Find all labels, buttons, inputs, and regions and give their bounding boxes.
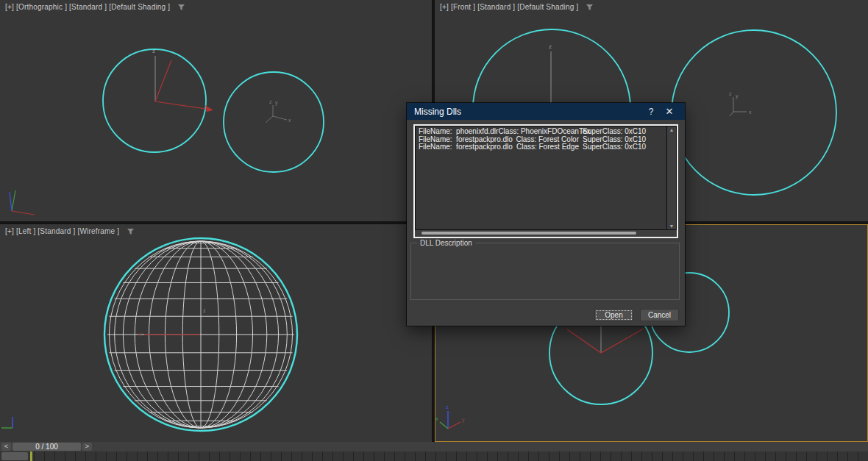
dialog-body: FileName: phoenixfd.dlrClass: PhoenixFDO… [407, 120, 685, 326]
svg-text:z: z [549, 43, 552, 50]
svg-text:Y: Y [138, 332, 142, 338]
viewport-left[interactable]: Yz [+] [Left ] [Standard ] [Wireframe ] [0, 224, 432, 442]
sphere-selection-outline [224, 72, 324, 172]
missing-dlls-dialog: Missing Dlls ? ✕ FileName: phoenixfd.dlr… [407, 103, 685, 326]
vertical-scrollbar[interactable]: ▲ ▼ [667, 126, 677, 230]
viewport-canvas-orthographic[interactable]: zzyx [0, 0, 432, 221]
sphere-selection-outline [103, 49, 206, 152]
svg-text:z: z [446, 404, 449, 410]
track-bar-thumb[interactable] [1, 452, 28, 460]
prev-frame-button[interactable]: < [1, 443, 11, 451]
dll-list-item[interactable]: FileName: forestpackpro.dloClass: Forest… [419, 143, 666, 151]
filter-icon[interactable] [586, 4, 594, 11]
svg-text:y: y [736, 93, 739, 99]
filter-icon[interactable] [127, 228, 135, 235]
track-bar-marker [30, 451, 32, 461]
viewport-canvas-left[interactable]: Yz [0, 224, 432, 442]
time-slider-bar: < 0 / 100 > [0, 442, 868, 451]
svg-text:z: z [269, 99, 272, 104]
app-window: zzyx [+] [Orthographic ] [Standard ] [De… [0, 0, 868, 461]
filter-icon[interactable] [177, 4, 185, 11]
viewport-label-text: [+] [Left ] [Standard ] [Wireframe ] [5, 227, 119, 235]
axis-arrow [205, 105, 213, 112]
svg-text:y: y [462, 417, 465, 423]
track-bar-ticks [34, 451, 868, 461]
help-button[interactable]: ? [642, 107, 660, 117]
horizontal-scrollbar[interactable] [415, 230, 677, 237]
dll-description-group: DLL Description [410, 243, 680, 300]
svg-text:x: x [288, 118, 291, 123]
scroll-down-icon[interactable]: ▼ [669, 223, 675, 229]
horizontal-scrollbar-thumb[interactable] [421, 232, 636, 235]
dll-list[interactable]: FileName: phoenixfd.dlrClass: PhoenixFDO… [415, 126, 667, 230]
svg-text:z: z [152, 48, 155, 54]
svg-text:z: z [729, 91, 732, 96]
viewport-label-text: [+] [Front ] [Standard ] [Default Shadin… [440, 3, 578, 11]
viewport-label-orthographic[interactable]: [+] [Orthographic ] [Standard ] [Default… [5, 3, 185, 11]
cancel-button[interactable]: Cancel [640, 309, 679, 321]
svg-text:x: x [435, 416, 438, 421]
close-icon[interactable]: ✕ [660, 106, 679, 117]
open-button[interactable]: Open [594, 309, 633, 321]
svg-text:x: x [749, 110, 752, 115]
next-frame-button[interactable]: > [82, 443, 92, 451]
dll-list-frame: FileName: phoenixfd.dlrClass: PhoenixFDO… [413, 124, 678, 238]
dll-description-label: DLL Description [417, 239, 475, 247]
viewport-label-left[interactable]: [+] [Left ] [Standard ] [Wireframe ] [5, 227, 135, 235]
dialog-title: Missing Dlls [414, 107, 642, 117]
time-slider[interactable]: 0 / 100 [13, 443, 81, 451]
viewport-label-text: [+] [Orthographic ] [Standard ] [Default… [5, 3, 170, 11]
scroll-up-icon[interactable]: ▲ [669, 126, 675, 133]
dll-list-item[interactable]: FileName: phoenixfd.dlrClass: PhoenixFDO… [419, 128, 666, 136]
viewport-label-front[interactable]: [+] [Front ] [Standard ] [Default Shadin… [440, 3, 594, 11]
viewport-orthographic[interactable]: zzyx [+] [Orthographic ] [Standard ] [De… [0, 0, 432, 221]
svg-text:y: y [275, 100, 278, 106]
sphere-selection-outline [672, 30, 836, 195]
selection-axis-red [567, 329, 644, 353]
track-bar[interactable] [0, 451, 868, 461]
svg-text:z: z [203, 308, 206, 313]
dialog-titlebar[interactable]: Missing Dlls ? ✕ [407, 103, 685, 120]
